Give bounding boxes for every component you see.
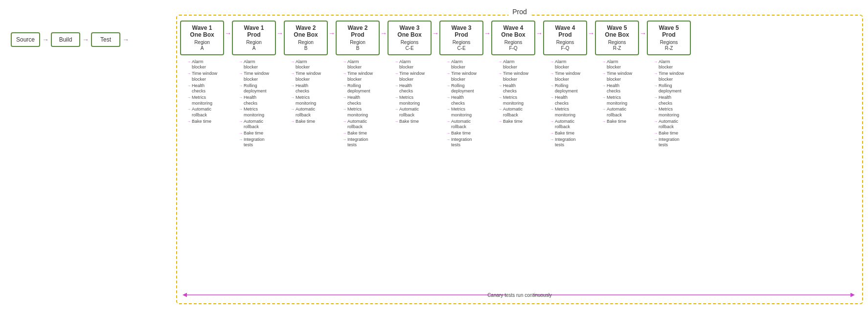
item: Alarmblocker <box>394 59 425 70</box>
wave-2-prod-subtitle: RegionB <box>341 40 375 51</box>
item: Rollingdeployment <box>550 83 580 94</box>
wave-3-prod-subtitle: RegionsC-E <box>444 40 479 51</box>
item: Time windowblocker <box>187 71 217 82</box>
wave-5-onebox-col: Wave 5One Box RegionsR-Z Alarmblocker Ti… <box>595 21 639 125</box>
arrow-w4p-w5ob: → <box>588 29 594 37</box>
wave-2-onebox-col: Wave 2One Box RegionB Alarmblocker Time … <box>284 21 328 125</box>
item: Healthchecks <box>654 95 684 106</box>
wave-2-prod-col: Wave 2Prod RegionB Alarmblocker Time win… <box>336 21 380 149</box>
item: Automaticrollback <box>291 107 321 118</box>
item: Metricsmonitoring <box>291 95 321 106</box>
item: Bake time <box>291 119 321 125</box>
item: Alarmblocker <box>446 59 477 70</box>
item: Healthchecks <box>239 95 269 106</box>
item: Rollingdeployment <box>239 83 269 94</box>
wave-4-onebox-checklist: Alarmblocker Time windowblocker Healthch… <box>496 59 530 125</box>
item: Healthchecks <box>550 95 580 106</box>
wave-2-onebox-checklist: Alarmblocker Time windowblocker Healthch… <box>289 59 323 125</box>
wave-4-onebox-box: Wave 4One Box RegionsF-Q <box>491 21 535 55</box>
wave-3-prod-col: Wave 3Prod RegionsC-E Alarmblocker Time … <box>439 21 483 149</box>
item: Bake time <box>446 131 477 136</box>
wave-4-prod-checklist: Alarmblocker Time windowblocker Rollingd… <box>548 59 582 149</box>
wave-5-onebox-subtitle: RegionsR-Z <box>600 40 634 51</box>
item: Time windowblocker <box>291 71 321 82</box>
canary-arrow-svg: Canary tests run continuously <box>182 291 857 299</box>
wave-3-onebox-title: Wave 3One Box <box>392 24 427 39</box>
wave-1-prod-box: Wave 1Prod RegionA <box>232 21 276 55</box>
build-box: Build <box>51 32 80 47</box>
item: Integrationtests <box>343 137 373 148</box>
wave-1-prod-title: Wave 1Prod <box>237 24 271 39</box>
wave-1-onebox-title: Wave 1One Box <box>185 24 219 39</box>
item: Bake time <box>602 119 632 125</box>
item: Healthchecks <box>498 83 528 94</box>
wave-1-onebox-checklist: Alarmblocker Time windowblocker Healthch… <box>185 59 219 125</box>
wave-2-onebox-title: Wave 2One Box <box>289 24 323 39</box>
page-container: Source → Build → Test → Prod Wave 1One B… <box>0 0 868 314</box>
item: Bake time <box>394 119 425 125</box>
item: Bake time <box>187 119 217 125</box>
prod-container: Prod Wave 1One Box RegionA Alarmblocker … <box>176 15 863 304</box>
wave-3-prod-title: Wave 3Prod <box>444 24 479 39</box>
arrow-w5ob-w5p: → <box>640 29 646 37</box>
item: Rollingdeployment <box>654 83 684 94</box>
wave-3-onebox-subtitle: RegionsC-E <box>392 40 427 51</box>
arrow-w2ob-w2p: → <box>328 29 335 37</box>
wave-1-prod-checklist: Alarmblocker Time windowblocker Rollingd… <box>237 59 271 149</box>
item: Alarmblocker <box>291 59 321 70</box>
test-box: Test <box>91 32 120 47</box>
item: Bake time <box>498 119 528 125</box>
canary-row: Canary tests run continuously <box>182 291 857 299</box>
wave-4-onebox-subtitle: RegionsF-Q <box>496 40 530 51</box>
item: Automaticrollback <box>446 119 477 130</box>
wave-1-prod-col: Wave 1Prod RegionA Alarmblocker Time win… <box>232 21 276 149</box>
source-box: Source <box>11 32 40 47</box>
wave-3-prod-checklist: Alarmblocker Time windowblocker Rollingd… <box>444 59 479 149</box>
wave-4-prod-col: Wave 4Prod RegionsF-Q Alarmblocker Time … <box>543 21 587 149</box>
item: Alarmblocker <box>239 59 269 70</box>
svg-text:Canary tests run continuously: Canary tests run continuously <box>487 292 552 298</box>
item: Bake time <box>654 131 684 136</box>
item: Automaticrollback <box>187 107 217 118</box>
item: Metricsmonitoring <box>446 107 477 118</box>
item: Metricsmonitoring <box>187 95 217 106</box>
item: Time windowblocker <box>550 71 580 82</box>
item: Healthchecks <box>446 95 477 106</box>
wave-5-prod-col: Wave 5Prod RegionsR-Z Alarmblocker Time … <box>647 21 691 149</box>
wave-2-onebox-box: Wave 2One Box RegionB <box>284 21 328 55</box>
wave-3-onebox-box: Wave 3One Box RegionsC-E <box>388 21 432 55</box>
arrow-w1ob-w1p: → <box>225 29 231 37</box>
item: Healthchecks <box>602 83 632 94</box>
pre-stages: Source → Build → Test → <box>11 32 131 47</box>
item: Time windowblocker <box>446 71 477 82</box>
wave-5-prod-box: Wave 5Prod RegionsR-Z <box>647 21 691 55</box>
item: Bake time <box>239 131 269 136</box>
wave-1-onebox-box: Wave 1One Box RegionA <box>180 21 224 55</box>
item: Automaticrollback <box>239 119 269 130</box>
wave-2-onebox-subtitle: RegionB <box>289 40 323 51</box>
item: Integrationtests <box>550 137 580 148</box>
item: Healthchecks <box>187 83 217 94</box>
arrow-w4ob-w4p: → <box>536 29 543 37</box>
wave-5-prod-checklist: Alarmblocker Time windowblocker Rollingd… <box>652 59 686 149</box>
wave-4-prod-title: Wave 4Prod <box>548 24 582 39</box>
item: Rollingdeployment <box>446 83 477 94</box>
wave-5-prod-title: Wave 5Prod <box>652 24 686 39</box>
item: Automaticrollback <box>394 107 425 118</box>
wave-5-onebox-title: Wave 5One Box <box>600 24 634 39</box>
wave-1-onebox-subtitle: RegionA <box>185 40 219 51</box>
item: Healthchecks <box>343 95 373 106</box>
item: Time windowblocker <box>498 71 528 82</box>
wave-3-onebox-checklist: Alarmblocker Time windowblocker Healthch… <box>392 59 427 125</box>
arrow-w3ob-w3p: → <box>432 29 439 37</box>
item: Metricsmonitoring <box>239 107 269 118</box>
arrow-w3p-w4ob: → <box>484 29 491 37</box>
wave-2-prod-title: Wave 2Prod <box>341 24 375 39</box>
item: Alarmblocker <box>343 59 373 70</box>
item: Metricsmonitoring <box>654 107 684 118</box>
wave-3-onebox-col: Wave 3One Box RegionsC-E Alarmblocker Ti… <box>388 21 432 125</box>
wave-1-onebox-col: Wave 1One Box RegionA Alarmblocker Time … <box>180 21 224 125</box>
item: Time windowblocker <box>394 71 425 82</box>
wave-4-onebox-col: Wave 4One Box RegionsF-Q Alarmblocker Ti… <box>491 21 535 125</box>
item: Bake time <box>550 131 580 136</box>
